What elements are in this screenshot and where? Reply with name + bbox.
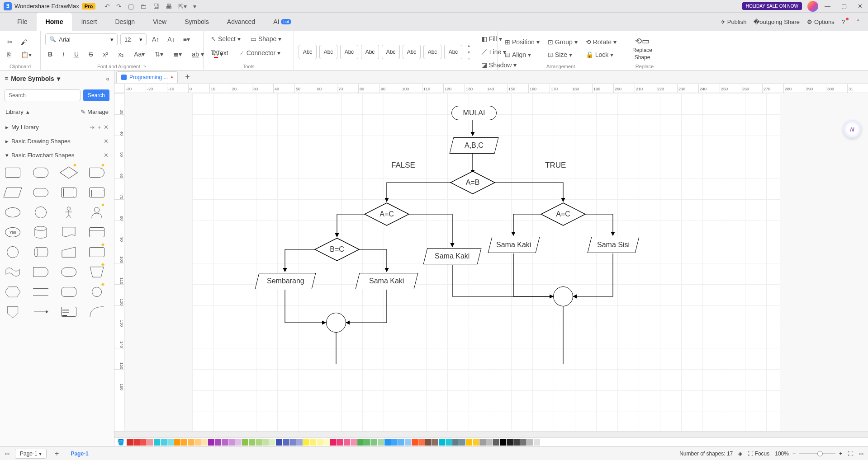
help-icon[interactable]: ? <box>842 19 849 25</box>
select-tool[interactable]: ↖ Select ▾ <box>208 33 243 44</box>
font-family-select[interactable]: 🔍Arial▾ <box>45 33 118 45</box>
node-aeqc-left[interactable]: A=C <box>364 202 409 226</box>
tab-design[interactable]: Design <box>106 13 144 31</box>
shape-tape[interactable] <box>3 265 23 279</box>
shape-database[interactable] <box>31 225 51 239</box>
align-button[interactable]: ⊟ Align ▾ <box>502 49 542 60</box>
color-swatch[interactable] <box>398 439 404 446</box>
style-preset-4[interactable]: Abc <box>361 45 379 59</box>
user-avatar[interactable] <box>807 1 818 12</box>
color-swatch[interactable] <box>222 439 228 446</box>
holiday-banner[interactable]: HOLIDAY SALE ON NOW <box>742 2 802 10</box>
tab-symbols[interactable]: Symbols <box>175 13 218 31</box>
font-size-select[interactable]: 12▾ <box>120 33 147 45</box>
text-align-icon[interactable]: ≡▾ <box>180 34 193 45</box>
color-swatch[interactable] <box>249 439 255 446</box>
color-swatch[interactable] <box>384 439 391 446</box>
color-swatch[interactable] <box>364 439 370 446</box>
qat-more-icon[interactable]: ▾ <box>193 3 196 10</box>
case-icon[interactable]: Aa▾ <box>131 49 147 60</box>
shape-onpage[interactable] <box>87 285 107 299</box>
save-icon[interactable]: 🖫 <box>153 3 159 10</box>
active-page-tab[interactable]: Page-1 <box>67 451 92 457</box>
tab-insert[interactable]: Insert <box>72 13 106 31</box>
shape-prep[interactable] <box>3 285 23 299</box>
color-swatch[interactable] <box>452 439 459 446</box>
color-swatch[interactable] <box>418 439 425 446</box>
text-tool[interactable]: 𝐓 Text <box>208 47 231 58</box>
zoom-in-icon[interactable]: + <box>839 451 842 457</box>
canvas[interactable]: MULAI A,B,C FALSE TRUE A=B A=C <box>124 93 868 431</box>
color-swatch[interactable] <box>527 439 533 446</box>
shape-user[interactable] <box>87 206 107 219</box>
rotate-button[interactable]: ⟲ Rotate ▾ <box>583 37 619 47</box>
color-swatch[interactable] <box>493 439 499 446</box>
shape-manual-input[interactable] <box>59 245 79 259</box>
italic-icon[interactable]: I <box>60 49 67 60</box>
node-samakaki-1[interactable]: Sama Kaki <box>356 273 418 289</box>
style-preset-6[interactable]: Abc <box>403 45 421 59</box>
node-samasisi[interactable]: Sama Sisi <box>588 237 640 253</box>
ai-badge[interactable]: N <box>843 120 861 138</box>
color-swatch[interactable] <box>371 439 377 446</box>
symbol-search-button[interactable]: Search <box>83 89 109 101</box>
shape-document[interactable] <box>59 225 79 239</box>
symbol-search-input[interactable] <box>5 89 81 101</box>
superscript-icon[interactable]: x² <box>100 49 111 60</box>
label-false[interactable]: FALSE <box>391 161 415 170</box>
color-swatch[interactable] <box>330 439 337 446</box>
shape-yes[interactable]: Yes <box>3 225 23 239</box>
color-swatch[interactable] <box>133 439 140 446</box>
color-swatch[interactable] <box>147 439 153 446</box>
basic-flowchart-category[interactable]: ▾ Basic Flowchart Shapes✕ <box>0 148 114 162</box>
color-swatch[interactable] <box>500 439 506 446</box>
font-launcher-icon[interactable]: ↘ <box>143 64 147 69</box>
tab-ai[interactable]: AIhot <box>264 13 300 31</box>
color-swatch[interactable] <box>479 439 486 446</box>
shape-note[interactable]: ▬▬▬▬▬▬▬▬ <box>59 305 79 319</box>
document-tab[interactable]: Programming ... • <box>116 71 178 83</box>
fill-bucket-icon[interactable]: 🪣 <box>117 439 124 446</box>
shape-decision[interactable] <box>59 166 79 179</box>
color-swatch[interactable] <box>181 439 187 446</box>
color-swatch[interactable] <box>425 439 432 446</box>
shape-ellipse[interactable] <box>3 206 23 219</box>
shape-connector[interactable] <box>3 245 23 259</box>
color-swatch[interactable] <box>228 439 235 446</box>
color-swatch[interactable] <box>520 439 526 446</box>
color-swatch[interactable] <box>154 439 160 446</box>
layers-icon[interactable]: ◈ <box>738 451 742 457</box>
color-swatch[interactable] <box>486 439 493 446</box>
color-swatch[interactable] <box>459 439 465 446</box>
color-swatch[interactable] <box>262 439 269 446</box>
style-preset-3[interactable]: Abc <box>340 45 358 59</box>
maximize-icon[interactable]: ▢ <box>840 3 849 9</box>
line-spacing-icon[interactable]: ⇅▾ <box>152 49 166 60</box>
color-swatch[interactable] <box>507 439 513 446</box>
page-select[interactable]: Page-1 ▾ <box>15 449 47 459</box>
color-swatch[interactable] <box>235 439 242 446</box>
strike-icon[interactable]: S <box>86 49 95 60</box>
shape-manual-op[interactable] <box>87 265 107 279</box>
shape-card2[interactable] <box>87 245 107 259</box>
color-swatch[interactable] <box>344 439 350 446</box>
shape-card[interactable] <box>87 225 107 239</box>
zoom-out-icon[interactable]: − <box>792 451 796 457</box>
node-samakaki-3[interactable]: Sama Kaki <box>488 237 540 253</box>
focus-button[interactable]: ⛶ Focus <box>748 451 769 457</box>
print-icon[interactable]: 🖶 <box>166 3 172 10</box>
shape-actor[interactable] <box>59 206 79 219</box>
hamburger-icon[interactable]: ≡ <box>5 75 8 82</box>
color-swatch[interactable] <box>412 439 418 446</box>
style-preset-5[interactable]: Abc <box>382 45 400 59</box>
zoom-slider[interactable] <box>799 453 835 454</box>
color-swatch[interactable] <box>303 439 309 446</box>
close-lib-icon[interactable]: ✕ <box>104 124 109 131</box>
format-painter-icon[interactable]: 🖌 <box>18 37 34 47</box>
subscript-icon[interactable]: x₂ <box>115 49 127 60</box>
color-swatch[interactable] <box>289 439 296 446</box>
node-sembarang[interactable]: Sembarang <box>255 273 316 289</box>
size-button[interactable]: ⊡ Size ▾ <box>545 49 580 60</box>
new-icon[interactable]: ▢ <box>128 3 134 10</box>
node-samakaki-2[interactable]: Sama Kaki <box>423 248 482 264</box>
